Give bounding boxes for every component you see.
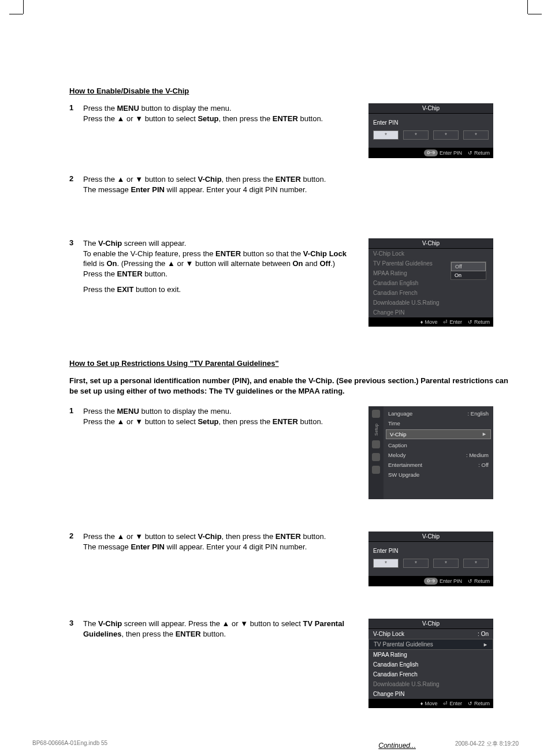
menu-item-change-pin[interactable]: Change PIN <box>368 689 493 699</box>
step-text: Press the EXIT button to exit. <box>83 285 358 295</box>
footer-enter: ⏎Enter <box>443 319 462 325</box>
side-icon <box>372 440 380 448</box>
enter-pin-label: Enter PIN <box>373 548 489 554</box>
pin-digit[interactable]: * <box>433 559 459 568</box>
steps-list: 3 The V-Chip screen will appear.To enabl… <box>69 238 358 301</box>
footer-return: ↺Return <box>468 701 490 706</box>
menu-item-melody[interactable]: Melody: Medium <box>384 450 493 460</box>
osd-title: V-Chip <box>368 532 493 542</box>
move-icon: ♦ <box>420 319 423 325</box>
chevron-right-icon: ► <box>483 642 488 648</box>
steps-list: 3 The V-Chip screen will appear. Press t… <box>69 619 358 645</box>
enter-icon: ⏎ <box>443 701 448 706</box>
osd-vchip-menu-popup: V-Chip V-Chip Lock TV Parental Guideline… <box>368 238 493 327</box>
menu-item-can-en[interactable]: Canadian English <box>368 660 493 669</box>
footer-enterpin: 0~9Enter PIN <box>424 578 462 585</box>
menu-item-vchip[interactable]: V-Chip► <box>386 429 491 439</box>
step-number: 2 <box>69 174 83 200</box>
pin-digit[interactable]: * <box>403 559 429 568</box>
step-number: 3 <box>69 238 83 301</box>
print-footer-file: BP68-00666A-01Eng.indb 55 <box>32 740 107 748</box>
footer-return: ↺Return <box>468 149 490 156</box>
step-number: 1 <box>69 103 83 129</box>
osd-vchip-enterpin: V-Chip Enter PIN * * * * 0~9Enter PIN ↺R… <box>368 103 493 158</box>
steps-list: 2 Press the ▲ or ▼ button to select V-Ch… <box>69 174 358 200</box>
step-number: 1 <box>69 406 83 432</box>
menu-item-entertainment[interactable]: Entertainment: Off <box>384 460 493 470</box>
section-title-enable: How to Enable/Disable the V-Chip <box>69 87 508 95</box>
osd-vchip-menu: V-Chip V-Chip Lock: On TV Parental Guide… <box>368 619 493 708</box>
step-text: Press the MENU button to display the men… <box>83 406 358 426</box>
step-text: Press the MENU button to display the men… <box>83 103 358 123</box>
osd-title: V-Chip <box>368 619 493 629</box>
pin-digit[interactable]: * <box>463 130 489 140</box>
side-icon <box>372 410 380 418</box>
section-title-tvpg: How to Set up Restrictions Using "TV Par… <box>69 359 508 368</box>
footer-enterpin: 0~9Enter PIN <box>424 149 462 156</box>
number-pill-icon: 0~9 <box>424 578 438 585</box>
enter-icon: ⏎ <box>443 319 448 325</box>
return-icon: ↺ <box>468 319 472 325</box>
pin-digit[interactable]: * <box>373 130 399 140</box>
step-number: 2 <box>69 532 83 557</box>
step-text: Press the ▲ or ▼ button to select V-Chip… <box>83 174 358 194</box>
menu-item-can-fr[interactable]: Canadian French <box>368 288 493 298</box>
pin-boxes: * * * * <box>373 559 489 568</box>
menu-item-can-fr[interactable]: Canadian French <box>368 669 493 679</box>
enter-pin-label: Enter PIN <box>373 119 489 126</box>
footer-move: ♦Move <box>420 701 438 706</box>
menu-item-change-pin[interactable]: Change PIN <box>368 308 493 317</box>
pin-digit[interactable]: * <box>373 559 399 568</box>
steps-list: 1 Press the MENU button to display the m… <box>69 406 358 432</box>
step-text: Press the ▲ or ▼ button to select V-Chip… <box>83 532 358 552</box>
osd-title: V-Chip <box>368 238 493 249</box>
osd-setup-menu: Setup Language: English Time V-Chip► Cap… <box>368 406 493 499</box>
menu-item-sw-upgrade[interactable]: SW Upgrade <box>384 470 493 480</box>
pin-digit[interactable]: * <box>463 559 489 568</box>
footer-move: ♦Move <box>420 319 438 325</box>
move-icon: ♦ <box>420 701 423 706</box>
menu-item-language[interactable]: Language: English <box>384 409 493 418</box>
step-text: The V-Chip screen will appear. Press the… <box>83 619 358 639</box>
side-icon <box>372 466 380 474</box>
print-footer-time: 2008-04-22 오후 8:19:20 <box>455 740 519 748</box>
crop-mark <box>527 0 528 14</box>
menu-item-tvpg[interactable]: TV Parental Guidelines► <box>368 639 493 650</box>
step-number: 3 <box>69 619 83 645</box>
number-pill-icon: 0~9 <box>424 149 438 156</box>
menu-item-caption[interactable]: Caption <box>384 440 493 450</box>
menu-item-dl-us[interactable]: Downloadable U.S.Rating <box>368 298 493 308</box>
chevron-right-icon: ► <box>482 431 487 437</box>
side-label-setup: Setup <box>374 424 379 436</box>
osd-vchip-enterpin: V-Chip Enter PIN * * * * 0~9Enter PIN ↺R… <box>368 532 493 586</box>
crop-mark <box>23 0 24 14</box>
steps-list: 1 Press the MENU button to display the m… <box>69 103 358 129</box>
steps-list: 2 Press the ▲ or ▼ button to select V-Ch… <box>69 532 358 557</box>
side-icon <box>372 453 380 461</box>
menu-item-dl-us[interactable]: Downloadable U.S.Rating <box>368 679 493 689</box>
pin-digit[interactable]: * <box>433 130 459 140</box>
pin-boxes: * * * * <box>373 130 489 140</box>
print-footer: BP68-00666A-01Eng.indb 55 2008-04-22 오후 … <box>32 740 519 748</box>
menu-item-vchip-lock[interactable]: V-Chip Lock <box>368 249 493 259</box>
menu-item-vchip-lock[interactable]: V-Chip Lock: On <box>368 629 493 639</box>
on-off-popup: Off On <box>451 261 486 280</box>
osd-title: V-Chip <box>368 103 493 114</box>
section-intro: First, set up a personal identification … <box>69 376 508 396</box>
crop-mark <box>528 14 542 14</box>
return-icon: ↺ <box>468 701 472 706</box>
step-text: The V-Chip screen will appear.To enable … <box>83 238 358 279</box>
menu-item-time[interactable]: Time <box>384 418 493 428</box>
popup-option-on[interactable]: On <box>451 271 486 279</box>
footer-return: ↺Return <box>468 578 490 585</box>
popup-option-off[interactable]: Off <box>451 262 486 271</box>
menu-item-mpaa[interactable]: MPAA Rating <box>368 650 493 660</box>
crop-mark <box>9 14 23 14</box>
return-icon: ↺ <box>468 150 472 156</box>
return-icon: ↺ <box>468 578 472 584</box>
pin-digit[interactable]: * <box>403 130 429 140</box>
footer-return: ↺Return <box>468 319 490 325</box>
footer-enter: ⏎Enter <box>443 701 462 706</box>
